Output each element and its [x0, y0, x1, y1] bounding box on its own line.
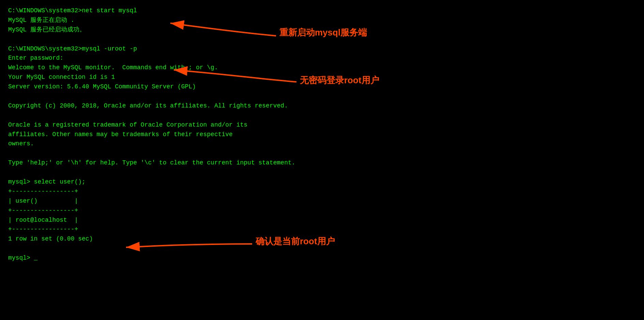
terminal-line-line16: mysql> _ [8, 253, 636, 263]
terminal-line-line13: Type 'help;' or '\h' for help. Type '\c'… [8, 158, 636, 168]
terminal-line-line5: Enter password: [8, 54, 636, 63]
terminal-line-line14: mysql> select user(); [8, 177, 636, 187]
terminal-line-table_sep3: +-----------------+ [8, 225, 636, 234]
terminal-line-blank2 [8, 92, 636, 101]
terminal-line-table_h1: | user() | [8, 197, 636, 206]
terminal-line-line11: affiliates. Other names may be trademark… [8, 130, 636, 140]
terminal-line-table_sep2: +-----------------+ [8, 206, 636, 216]
terminal-line-blank3 [8, 111, 636, 120]
terminal-line-blank4 [8, 149, 636, 158]
annotation-ann1: 重新启动mysql服务端 [279, 27, 367, 39]
annotation-ann3: 确认是当前root用户 [256, 235, 335, 247]
terminal-line-table_d1: | root@localhost | [8, 216, 636, 225]
terminal-line-line6: Welcome to the MySQL monitor. Commands e… [8, 63, 636, 73]
terminal-line-table_sep1: +-----------------+ [8, 187, 636, 197]
terminal-line-line10: Oracle is a registered trademark of Orac… [8, 120, 636, 130]
terminal-line-line2: MySQL 服务正在启动 . [8, 16, 636, 25]
annotation-ann2: 无密码登录root用户 [300, 74, 379, 86]
terminal-line-line4: C:\WINDOWS\system32>mysql -uroot -p [8, 44, 636, 54]
terminal-line-line1: C:\WINDOWS\system32>net start mysql [8, 6, 636, 16]
terminal-line-line9: Copyright (c) 2000, 2018, Oracle and/or … [8, 101, 636, 111]
terminal-line-blank5 [8, 168, 636, 177]
terminal-window: C:\WINDOWS\system32>net start mysqlMySQL… [0, 0, 644, 269]
terminal-line-line12: owners. [8, 139, 636, 149]
